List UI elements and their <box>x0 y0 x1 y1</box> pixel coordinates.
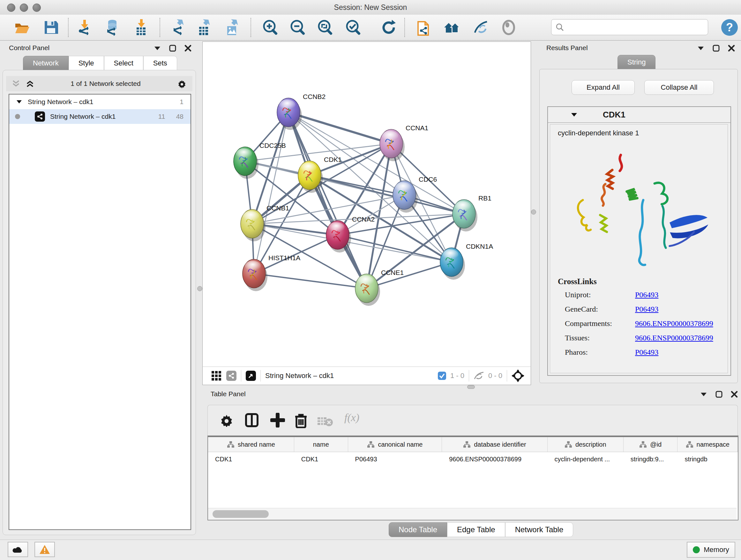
export-table-icon[interactable] <box>195 18 213 37</box>
open-session-icon[interactable] <box>13 18 30 37</box>
memory-button[interactable]: Memory <box>687 542 735 558</box>
network-node-cdc25b[interactable] <box>233 147 259 179</box>
search-field[interactable] <box>551 19 708 35</box>
expand-all-button[interactable]: Expand All <box>571 80 635 95</box>
grid-view-icon[interactable] <box>211 370 222 381</box>
tab-select[interactable]: Select <box>104 56 143 71</box>
panel-close-icon[interactable] <box>185 45 192 52</box>
table-cell[interactable]: P06493 <box>348 452 442 466</box>
collection-expander-icon[interactable] <box>16 100 22 104</box>
export-image-icon[interactable] <box>223 18 241 37</box>
panel-menu-icon[interactable] <box>697 46 704 51</box>
table-cell[interactable]: stringdb:9... <box>623 452 678 466</box>
network-canvas[interactable]: CCNB2CCNA1CDC25BCDK1CDC6RB1CCNB1CCNA2CDK… <box>202 42 531 367</box>
show-all-icon[interactable] <box>500 18 518 37</box>
table-cell[interactable]: 9606.ENSP00000378699 <box>442 452 547 466</box>
tab-string[interactable]: String <box>617 55 656 70</box>
panel-float-icon[interactable] <box>713 45 720 52</box>
search-input[interactable] <box>567 21 705 34</box>
table-cell[interactable]: CDK1 <box>208 452 294 466</box>
crosslink-link[interactable]: P06493 <box>635 291 658 299</box>
zoom-out-icon[interactable] <box>288 18 307 37</box>
gene-expander-icon[interactable] <box>571 113 577 117</box>
table-cell[interactable]: cyclin-dependent ... <box>548 452 623 466</box>
import-network-icon[interactable] <box>75 18 93 37</box>
crosslink-link[interactable]: 9606.ENSP00000378699 <box>635 319 713 328</box>
select-columns-icon[interactable] <box>245 413 259 428</box>
table-row[interactable]: CDK1CDK1P064939606.ENSP00000378699cyclin… <box>208 452 738 466</box>
import-network-database-icon[interactable] <box>103 18 121 37</box>
column-header-name[interactable]: name <box>294 437 348 452</box>
crosshair-icon[interactable] <box>512 369 524 382</box>
network-edge[interactable] <box>254 273 367 288</box>
help-icon[interactable]: ? <box>721 18 738 37</box>
network-graph[interactable]: CCNB2CCNA1CDC25BCDK1CDC6RB1CCNB1CCNA2CDK… <box>203 42 531 367</box>
add-column-icon[interactable] <box>270 413 285 428</box>
right-splitter-handle[interactable] <box>531 209 536 214</box>
column-header--id[interactable]: @id <box>623 437 678 452</box>
collapse-all-button[interactable]: Collapse All <box>644 80 714 95</box>
column-header-canonical-name[interactable]: canonical name <box>348 437 442 452</box>
tab-network[interactable]: Network <box>23 56 69 71</box>
gene-section-header[interactable]: CDK1 <box>548 107 731 123</box>
network-node-rb1[interactable] <box>453 199 477 232</box>
network-edge[interactable] <box>288 112 367 288</box>
tab-style[interactable]: Style <box>69 56 104 71</box>
table-cell[interactable]: stringdb <box>677 452 738 466</box>
network-edge[interactable] <box>367 262 452 288</box>
tab-sets[interactable]: Sets <box>143 56 177 71</box>
network-edge[interactable] <box>254 112 288 273</box>
tab-node-table[interactable]: Node Table <box>389 522 447 537</box>
network-collection-row[interactable]: String Network – cdk1 1 <box>9 95 191 109</box>
network-node-ccna2[interactable] <box>326 221 351 253</box>
panel-close-icon[interactable] <box>731 391 738 398</box>
column-header-description[interactable]: description <box>548 437 623 452</box>
column-header-database-identifier[interactable]: database identifier <box>442 437 547 452</box>
share-document-icon[interactable] <box>415 18 433 37</box>
crosslink-label: Tissues: <box>565 334 635 342</box>
network-node-hist1h1a[interactable] <box>243 259 267 291</box>
panel-float-icon[interactable] <box>169 45 176 52</box>
zoom-in-icon[interactable] <box>261 18 279 37</box>
crosslink-link[interactable]: 9606.ENSP00000378699 <box>635 334 713 342</box>
network-row[interactable]: String Network – cdk1 11 48 <box>9 109 191 124</box>
hide-selection-icon[interactable] <box>472 18 489 37</box>
network-node-ccnb2[interactable] <box>277 98 302 130</box>
scrollbar-thumb[interactable] <box>212 510 269 518</box>
zoom-selected-icon[interactable] <box>344 18 362 37</box>
panel-menu-icon[interactable] <box>154 46 161 51</box>
collapse-all-icon[interactable] <box>12 79 20 88</box>
gear-icon[interactable] <box>177 79 187 88</box>
crosslink-link[interactable]: P06493 <box>635 305 658 314</box>
warning-button[interactable] <box>35 542 55 557</box>
column-header-namespace[interactable]: namespace <box>677 437 738 452</box>
panel-close-icon[interactable] <box>728 45 735 52</box>
selected-checkbox-icon[interactable] <box>437 371 447 380</box>
birdseye-view-icon[interactable] <box>246 371 256 381</box>
horizontal-scrollbar[interactable] <box>208 508 737 520</box>
expand-all-icon[interactable] <box>26 79 34 88</box>
cloud-button[interactable] <box>8 542 28 557</box>
network-share-icon[interactable] <box>226 371 237 381</box>
export-network-icon[interactable] <box>169 18 187 37</box>
crosslink-link[interactable]: P06493 <box>635 348 658 357</box>
network-node-cdkn1a[interactable] <box>440 248 465 280</box>
import-table-icon[interactable] <box>132 18 150 37</box>
network-node-ccne1[interactable] <box>355 274 380 306</box>
network-edge[interactable] <box>310 175 464 214</box>
panel-menu-icon[interactable] <box>700 392 707 396</box>
tab-network-table[interactable]: Network Table <box>505 522 574 537</box>
refresh-layout-icon[interactable] <box>380 18 398 37</box>
table-cell[interactable]: CDK1 <box>294 452 348 466</box>
delete-column-icon[interactable] <box>294 412 308 428</box>
save-session-icon[interactable] <box>42 18 60 37</box>
left-splitter-handle[interactable] <box>197 286 202 291</box>
homes-icon[interactable] <box>443 18 461 37</box>
column-header-shared-name[interactable]: shared name <box>208 437 294 452</box>
table-gear-icon[interactable] <box>220 414 233 427</box>
network-edge[interactable] <box>288 112 391 144</box>
zoom-fit-icon[interactable] <box>316 18 334 37</box>
network-edge[interactable] <box>338 235 452 262</box>
panel-float-icon[interactable] <box>716 391 723 398</box>
tab-edge-table[interactable]: Edge Table <box>447 522 505 537</box>
